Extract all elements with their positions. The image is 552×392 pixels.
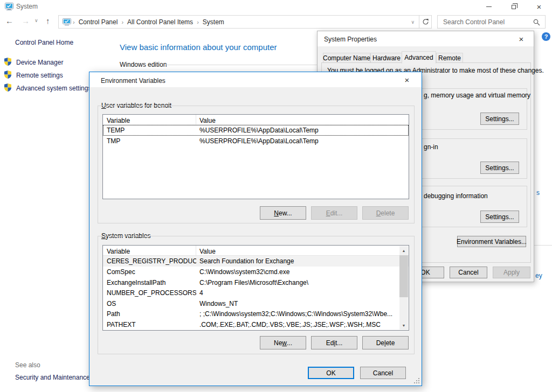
- refresh-button[interactable]: [419, 15, 432, 29]
- address-bar[interactable]: › Control Panel › All Control Panel Item…: [58, 15, 419, 29]
- search-input[interactable]: [442, 17, 528, 27]
- uac-shield-icon: [4, 58, 11, 66]
- sp-cancel-button[interactable]: Cancel: [450, 267, 487, 278]
- windows-edition-heading: Windows edition: [120, 61, 167, 68]
- env-ok-button[interactable]: OK: [308, 367, 354, 379]
- performance-settings-button[interactable]: Settings...: [480, 113, 519, 125]
- section-divider: [165, 65, 323, 65]
- table-row[interactable]: PATHEXT .COM;.EXE;.BAT;.CMD;.VBS;.VBE;.J…: [103, 319, 409, 330]
- environment-variables-button[interactable]: Environment Variables...: [457, 236, 526, 247]
- search-icon[interactable]: [533, 19, 540, 26]
- user-profiles-settings-button[interactable]: Settings...: [480, 162, 519, 174]
- tab-remote[interactable]: Remote: [436, 53, 463, 63]
- uac-shield-icon: [4, 71, 11, 79]
- scroll-down-icon[interactable]: ▼: [399, 321, 408, 330]
- title-bar: System ×: [0, 0, 552, 13]
- up-button[interactable]: ↑: [46, 16, 50, 25]
- sidebar-remote-settings[interactable]: Remote settings: [16, 72, 63, 79]
- user-new-button[interactable]: New...: [260, 206, 306, 220]
- page-title: View basic information about your comput…: [120, 43, 277, 52]
- system-location-icon: [63, 18, 71, 26]
- env-title-bar: Environment Variables ×: [89, 72, 422, 87]
- system-properties-title-bar: System Properties ×: [318, 31, 534, 46]
- breadcrumb-sep: ›: [195, 19, 201, 25]
- startup-recovery-settings-button[interactable]: Settings...: [480, 211, 519, 223]
- breadcrumb-sep: ›: [71, 19, 77, 25]
- system-app-icon: [5, 3, 13, 11]
- scroll-up-icon[interactable]: ▲: [399, 246, 408, 255]
- link-fragment-ey[interactable]: ey: [535, 272, 542, 279]
- column-value: Value: [196, 115, 409, 124]
- resize-grip[interactable]: [414, 378, 415, 379]
- minimize-button[interactable]: [477, 0, 501, 13]
- close-icon[interactable]: ×: [512, 32, 530, 46]
- table-row[interactable]: ComSpec C:\Windows\system32\cmd.exe: [103, 267, 409, 277]
- address-dropdown-icon[interactable]: ∨: [411, 19, 415, 25]
- forward-button[interactable]: →: [22, 16, 30, 25]
- user-delete-button[interactable]: Delete: [362, 206, 409, 220]
- back-button[interactable]: ←: [5, 16, 13, 25]
- user-variables-table: Variable Value TEMP %USERPROFILE%\AppDat…: [102, 114, 409, 199]
- system-new-button[interactable]: New...: [260, 336, 306, 349]
- refresh-icon: [422, 18, 429, 25]
- divider-fragment: [534, 245, 552, 246]
- breadcrumb-control-panel[interactable]: Control Panel: [77, 18, 120, 26]
- sidebar-advanced-system-settings[interactable]: Advanced system settings: [16, 85, 91, 92]
- env-cancel-button[interactable]: Cancel: [360, 367, 406, 379]
- close-icon[interactable]: ×: [398, 73, 416, 87]
- system-variables-header: Variable Value: [103, 246, 409, 256]
- column-variable: Variable: [103, 115, 196, 124]
- table-row[interactable]: NUMBER_OF_PROCESSORS 4: [103, 288, 409, 298]
- sidebar-device-manager[interactable]: Device Manager: [16, 59, 63, 66]
- restore-icon: [512, 5, 516, 9]
- startup-recovery-text-fragment: debugging information: [424, 192, 488, 200]
- environment-variables-dialog: Environment Variables × User variables f…: [89, 72, 422, 386]
- performance-text-fragment: g, memory usage and virtual memory: [424, 92, 530, 99]
- sidebar-security-and-maintenance[interactable]: Security and Maintenance: [15, 374, 90, 381]
- breadcrumb-all-items[interactable]: All Control Panel Items: [125, 18, 195, 26]
- close-button[interactable]: ×: [526, 0, 552, 13]
- breadcrumb-system[interactable]: System: [201, 18, 226, 26]
- breadcrumb-sep: ›: [120, 19, 125, 25]
- tab-advanced[interactable]: Advanced: [402, 51, 436, 64]
- system-edit-button[interactable]: Edit...: [311, 336, 357, 349]
- column-variable: Variable: [103, 246, 196, 255]
- env-dialog-title: Environment Variables: [101, 77, 165, 85]
- column-value: Value: [196, 246, 409, 255]
- user-profiles-text-fragment: gn-in: [424, 143, 438, 151]
- table-row[interactable]: TMP %USERPROFILE%\AppData\Local\Temp: [103, 136, 409, 146]
- minimize-icon: [486, 6, 492, 7]
- table-row[interactable]: CERES_REGISTRY_PRODUCT... Search Foundat…: [103, 256, 409, 267]
- system-delete-button[interactable]: Delete: [362, 336, 409, 349]
- table-row[interactable]: ExchangeInstallPath C:\Program Files\Mic…: [103, 277, 409, 288]
- scrollbar-thumb[interactable]: [399, 255, 408, 297]
- sp-apply-button[interactable]: Apply: [493, 267, 530, 278]
- table-row[interactable]: TEMP %USERPROFILE%\AppData\Local\Temp: [103, 125, 409, 136]
- system-variables-table: Variable Value CERES_REGISTRY_PRODUCT...…: [102, 245, 409, 331]
- user-edit-button[interactable]: Edit...: [311, 206, 357, 220]
- table-row[interactable]: Path ; ;C:\Windows\system32;C:\Windows;C…: [103, 309, 409, 319]
- tab-computer-name[interactable]: Computer Name: [323, 53, 370, 63]
- tab-hardware[interactable]: Hardware: [370, 53, 403, 63]
- help-icon[interactable]: ?: [542, 32, 550, 41]
- window-title: System: [16, 3, 38, 10]
- link-fragment-s[interactable]: s: [536, 189, 540, 197]
- system-properties-title: System Properties: [324, 36, 377, 43]
- history-dropdown-icon[interactable]: ∨: [34, 18, 38, 23]
- restore-button[interactable]: [501, 0, 526, 13]
- see-also-heading: See also: [15, 361, 40, 369]
- uac-shield-icon: [4, 83, 11, 92]
- user-variables-header: Variable Value: [103, 115, 409, 125]
- sidebar-control-panel-home[interactable]: Control Panel Home: [15, 39, 73, 46]
- table-row[interactable]: OS Windows_NT: [103, 298, 409, 309]
- scrollbar[interactable]: ▲ ▼: [399, 246, 408, 330]
- search-box[interactable]: [437, 15, 546, 29]
